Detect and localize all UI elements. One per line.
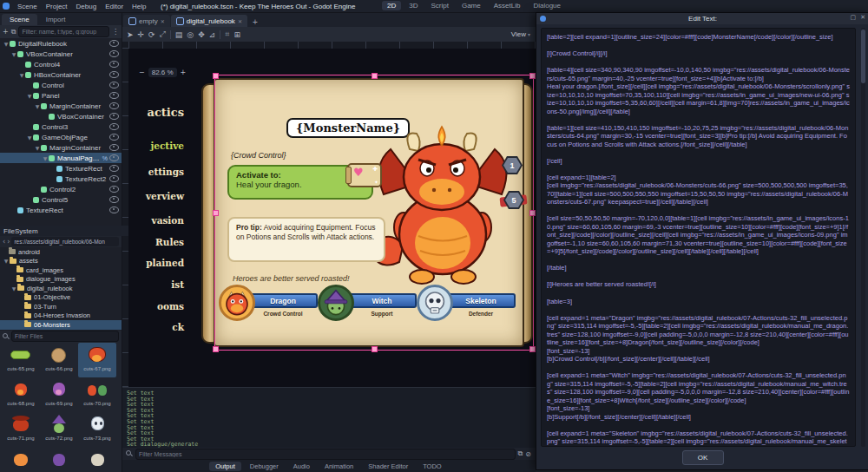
visibility-eye-icon[interactable]	[109, 102, 119, 109]
menu-project[interactable]: Project	[42, 3, 72, 10]
visibility-eye-icon[interactable]	[109, 175, 119, 182]
menu-scene[interactable]: Scene	[13, 3, 42, 10]
new-scene-tab-button[interactable]: +	[248, 17, 262, 27]
file-filter-input[interactable]	[11, 331, 119, 342]
visibility-eye-icon[interactable]	[109, 92, 119, 99]
menu-help[interactable]: Help	[128, 3, 150, 10]
rotate-tool-icon[interactable]: ⟳	[148, 30, 155, 39]
visibility-eye-icon[interactable]	[109, 40, 119, 47]
workspace-script[interactable]: Script	[425, 1, 453, 10]
tree-row[interactable]: ▼Control2	[0, 184, 122, 194]
expand-arrow-icon[interactable]: ▼	[18, 72, 25, 78]
tree-row[interactable]: ▼MarginContainer	[0, 101, 122, 111]
visibility-eye-icon[interactable]	[109, 61, 119, 68]
grid-snap-icon[interactable]: ⊞	[233, 30, 240, 39]
expand-arrow-icon[interactable]: ▼	[10, 285, 17, 292]
visibility-eye-icon[interactable]	[109, 134, 119, 141]
folder-row[interactable]: android	[0, 247, 122, 257]
ruler-tool-icon[interactable]: ⊿	[209, 30, 216, 39]
tree-row[interactable]: ▼TextureRect	[0, 163, 122, 174]
expand-arrow-icon[interactable]: ▼	[10, 51, 17, 57]
file-thumbnail[interactable]	[2, 447, 40, 472]
tree-row[interactable]: ▼MarginContainer	[0, 142, 122, 153]
expand-arrow-icon[interactable]: ▼	[34, 103, 41, 109]
visibility-eye-icon[interactable]	[109, 123, 119, 130]
current-path[interactable]: res://assets/digital_rulebook/06-Mon	[11, 237, 119, 246]
expand-arrow-icon[interactable]: ▼	[3, 41, 10, 47]
close-icon[interactable]: ✕	[860, 14, 865, 21]
file-thumbnail[interactable]	[40, 447, 78, 472]
close-tab-icon[interactable]: ✕	[238, 18, 242, 24]
move-tool-icon[interactable]: ✛	[138, 30, 145, 39]
select-tool-icon[interactable]: ➤	[127, 30, 134, 39]
folder-row[interactable]: 04-Heroes Invasion	[0, 311, 122, 321]
output-log[interactable]: Set text Set text Set text Set text Set …	[122, 387, 536, 448]
tree-row[interactable]: ▼DigitalRulebook	[0, 38, 122, 49]
scale-tool-icon[interactable]: ⤢	[160, 30, 166, 39]
visibility-eye-icon[interactable]	[109, 196, 119, 203]
bottom-tab-debugger[interactable]: Debugger	[244, 462, 285, 471]
output-filter-input[interactable]	[135, 449, 516, 460]
tree-row[interactable]: ▼Control3	[0, 121, 122, 132]
tree-row-selected[interactable]: ▼ManualPageText%	[0, 153, 122, 163]
instance-scene-button[interactable]: ⧉	[11, 28, 16, 36]
add-node-button[interactable]: +	[3, 28, 9, 36]
visibility-eye-icon[interactable]	[109, 165, 119, 172]
zoom-in-icon[interactable]: +	[181, 69, 187, 76]
clear-log-icon[interactable]: ⊘	[525, 450, 531, 458]
visibility-eye-icon[interactable]	[109, 206, 119, 213]
folder-row[interactable]: 03-Turn	[0, 302, 122, 311]
workspace-assetlib[interactable]: AssetLib	[489, 1, 526, 10]
expand-arrow-icon[interactable]: ▼	[34, 145, 41, 151]
expand-arrow-icon[interactable]: ▼	[26, 93, 33, 99]
scene-tab-empty[interactable]: empty✕	[123, 15, 170, 27]
tree-row[interactable]: ▼Panel	[0, 90, 122, 101]
file-thumbnail[interactable]: cuts-65.png	[2, 343, 40, 377]
dialog-scrollbar[interactable]	[861, 28, 865, 447]
file-thumbnail[interactable]: cuts-68.png	[2, 377, 40, 412]
scrollbar-thumb[interactable]	[861, 30, 865, 83]
workspace-2d[interactable]: 2D	[382, 1, 401, 10]
expand-arrow-icon[interactable]: ▼	[3, 258, 10, 264]
tree-row[interactable]: ▼GameObjPage	[0, 132, 122, 142]
workspace-game[interactable]: Game	[457, 1, 486, 10]
file-thumbnail[interactable]: cuts-66.png	[40, 343, 78, 377]
folder-row[interactable]: card_images	[0, 266, 122, 275]
list-select-icon[interactable]: ▤	[175, 30, 183, 39]
ok-button[interactable]: OK	[682, 450, 724, 465]
scene-filter-input[interactable]	[18, 26, 109, 37]
nav-back-icon[interactable]: ‹	[3, 238, 5, 246]
close-tab-icon[interactable]: ✕	[161, 18, 165, 24]
file-thumbnail[interactable]: cuts-72.png	[40, 412, 78, 447]
workspace-3d[interactable]: 3D	[404, 1, 423, 10]
file-thumbnail[interactable]: cuts-69.png	[40, 377, 78, 412]
menu-editor[interactable]: Editor	[101, 3, 128, 10]
tree-row[interactable]: ▼Control4	[0, 59, 122, 69]
tab-scene[interactable]: Scene	[2, 14, 37, 25]
tree-row[interactable]: ▼Control5	[0, 194, 122, 205]
tree-row[interactable]: ▼VBoxContainer	[0, 49, 122, 59]
bbcode-text-area[interactable]: [table=2][cell expand=1][outline_size=24…	[541, 28, 856, 447]
2d-viewport-canvas[interactable]: − 82.6 % + actics jective ettings vervie…	[128, 49, 536, 387]
tree-row[interactable]: ▼Control	[0, 80, 122, 90]
bottom-tab-todo[interactable]: TODO	[417, 462, 448, 471]
copy-log-icon[interactable]: ⧉	[518, 449, 523, 458]
file-thumbnail[interactable]	[78, 447, 116, 472]
tree-row[interactable]: ▼HBoxContainer	[0, 69, 122, 80]
folder-row[interactable]: ▼assets	[0, 257, 122, 266]
scene-tree-options-icon[interactable]: ⋮	[112, 28, 119, 36]
visibility-eye-icon[interactable]	[109, 113, 119, 120]
visibility-eye-icon[interactable]	[109, 82, 119, 88]
folder-row[interactable]: dialogue_images	[0, 275, 122, 285]
visibility-eye-icon[interactable]	[109, 50, 119, 57]
expand-arrow-icon[interactable]: ▼	[42, 155, 49, 161]
bottom-tab-audio[interactable]: Audio	[287, 462, 316, 471]
expand-arrow-icon[interactable]: ▼	[26, 134, 33, 141]
visibility-eye-icon[interactable]	[109, 154, 119, 161]
zoom-percentage[interactable]: 82.6 %	[148, 68, 177, 77]
visibility-eye-icon[interactable]	[109, 144, 119, 151]
file-thumbnail[interactable]: cuts-73.png	[78, 412, 116, 447]
tree-row[interactable]: ▼TextureRect	[0, 205, 122, 215]
dialog-title-bar[interactable]: Edit Text: ▢ ✕	[536, 13, 868, 24]
nav-forward-icon[interactable]: ›	[7, 238, 10, 246]
